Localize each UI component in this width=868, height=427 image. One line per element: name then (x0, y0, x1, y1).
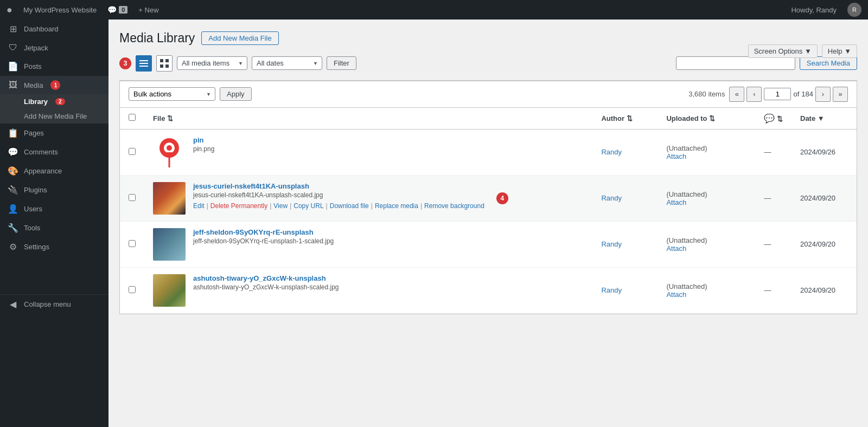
sidebar-item-users[interactable]: 👤 Users (0, 199, 108, 218)
author-link[interactable]: Randy (601, 194, 622, 202)
collapse-label: Collapse menu (24, 300, 71, 308)
current-page-input[interactable] (764, 88, 791, 100)
comments-icon-bar[interactable]: 💬 0 (107, 5, 127, 14)
sidebar-item-plugins[interactable]: 🔌 Plugins (0, 180, 108, 199)
admin-bar: ● My WordPress Website 💬 0 + New Howdy, … (0, 0, 868, 20)
date-cell: 2024/09/26 (792, 129, 857, 175)
comment-dash: — (764, 148, 771, 156)
author-link[interactable]: Randy (601, 286, 622, 294)
file-column-header[interactable]: File ⇅ (144, 108, 592, 130)
sidebar-label-library: Library (24, 98, 48, 106)
replace-media-link[interactable]: Replace media (375, 202, 418, 210)
add-new-media-button[interactable]: Add New Media File (201, 31, 278, 45)
screen-options-button[interactable]: Screen Options ▼ (748, 44, 818, 58)
collapse-menu-button[interactable]: ◀ Collapse menu (0, 294, 108, 314)
first-page-button[interactable]: « (729, 87, 744, 102)
sidebar-item-posts[interactable]: 📄 Posts (0, 57, 108, 76)
file-cell: jesus-curiel-nskeft4t1KA-unsplash jesus-… (144, 175, 592, 221)
svg-rect-1 (139, 63, 148, 64)
row-checkbox[interactable] (129, 194, 136, 201)
sidebar-item-appearance[interactable]: 🎨 Appearance (0, 161, 108, 180)
date-filter[interactable]: All dates (252, 56, 322, 70)
author-column-header[interactable]: Author ⇅ (592, 108, 658, 130)
sidebar: ⊞ Dashboard 🛡 Jetpack 📄 Posts 🖼 Media 1 … (0, 20, 108, 427)
file-title-link[interactable]: ashutosh-tiwary-yO_zGxcW-k-unsplash (193, 274, 339, 282)
sidebar-item-pages[interactable]: 📋 Pages (0, 124, 108, 143)
download-file-link[interactable]: Download file (330, 202, 369, 210)
main-content: Screen Options ▼ Help ▼ Media Library Ad… (108, 20, 868, 427)
file-info: jeff-sheldon-9SyOKYrq-rE-unsplash jeff-s… (193, 228, 334, 245)
last-page-button[interactable]: » (833, 87, 848, 102)
help-button[interactable]: Help ▼ (822, 44, 857, 58)
howdy-label: Howdy, Randy (791, 6, 837, 14)
attach-link[interactable]: Attach (666, 198, 686, 206)
file-title-link[interactable]: pin (193, 136, 214, 144)
sidebar-label-pages: Pages (24, 129, 44, 137)
comments-cell: — (755, 129, 792, 175)
attach-link[interactable]: Attach (666, 152, 686, 160)
grid-view-button[interactable] (156, 55, 173, 72)
copy-url-link[interactable]: Copy URL (293, 202, 323, 210)
sidebar-item-settings[interactable]: ⚙ Settings (0, 237, 108, 256)
prev-page-button[interactable]: ‹ (746, 87, 762, 102)
sidebar-item-tools[interactable]: 🔧 Tools (0, 218, 108, 237)
search-input[interactable] (676, 56, 795, 70)
sidebar-item-comments[interactable]: 💬 Comments (0, 143, 108, 161)
author-cell: Randy (592, 267, 658, 313)
unattached-label: (Unattached) (666, 190, 707, 198)
uploaded-to-column-header[interactable]: Uploaded to ⇅ (658, 108, 755, 130)
file-title-link[interactable]: jesus-curiel-nskeft4t1KA-unsplash (193, 182, 484, 190)
sidebar-item-media[interactable]: 🖼 Media 1 (0, 76, 108, 94)
view-link[interactable]: View (273, 202, 288, 210)
row-checkbox[interactable] (129, 148, 136, 155)
date-cell: 2024/09/20 (792, 267, 857, 313)
top-right-bar: Screen Options ▼ Help ▼ (748, 44, 857, 58)
sort-uploaded-icon: ⇅ (709, 114, 715, 122)
sidebar-item-jetpack[interactable]: 🛡 Jetpack (0, 38, 108, 57)
delete-permanently-link[interactable]: Delete Permanently (210, 202, 267, 210)
row-checkbox[interactable] (129, 240, 136, 247)
pages-icon: 📋 (8, 128, 18, 138)
apply-button[interactable]: Apply (220, 87, 252, 101)
separator: | (326, 202, 328, 210)
author-cell: Randy (592, 175, 658, 221)
file-cell: jeff-sheldon-9SyOKYrq-rE-unsplash jeff-s… (144, 221, 592, 267)
settings-icon: ⚙ (8, 242, 18, 252)
select-all-checkbox[interactable] (129, 114, 136, 121)
date-column-header[interactable]: Date ▼ (792, 108, 857, 130)
file-thumbnail (153, 182, 186, 215)
bulk-actions-select[interactable]: Bulk actions (129, 87, 215, 101)
next-page-button[interactable]: › (815, 87, 831, 102)
author-link[interactable]: Randy (601, 148, 622, 156)
attach-link[interactable]: Attach (666, 290, 686, 299)
unattached-label: (Unattached) (666, 236, 707, 244)
author-link[interactable]: Randy (601, 240, 622, 248)
sidebar-item-library[interactable]: Library 2 (0, 94, 108, 109)
comment-count-badge: 0 (119, 6, 127, 14)
sidebar-item-dashboard[interactable]: ⊞ Dashboard (0, 20, 108, 38)
file-title-link[interactable]: jeff-sheldon-9SyOKYrq-rE-unsplash (193, 228, 334, 236)
sidebar-label-media: Media (24, 81, 43, 89)
unattached-label: (Unattached) (666, 282, 707, 290)
date-value: 2024/09/20 (800, 194, 835, 202)
author-cell: Randy (592, 129, 658, 175)
sidebar-item-add-new[interactable]: Add New Media File (0, 109, 108, 124)
svg-rect-4 (165, 59, 169, 62)
row-checkbox-cell (120, 267, 144, 313)
attach-link[interactable]: Attach (666, 244, 686, 253)
appearance-icon: 🎨 (8, 166, 18, 176)
row-checkbox-cell (120, 175, 144, 221)
collapse-icon: ◀ (8, 299, 18, 309)
media-type-filter[interactable]: All media items (177, 56, 247, 70)
filter-button[interactable]: Filter (327, 56, 356, 70)
tools-icon: 🔧 (8, 223, 18, 233)
remove-background-link[interactable]: Remove background (424, 202, 484, 210)
step-badge-4: 4 (496, 192, 508, 204)
site-name[interactable]: My WordPress Website (23, 6, 97, 14)
new-content-button[interactable]: + New (138, 6, 158, 14)
list-view-button[interactable] (136, 55, 152, 72)
search-media-button[interactable]: Search Media (800, 56, 857, 70)
comments-cell: — (755, 175, 792, 221)
edit-link[interactable]: Edit (193, 202, 205, 210)
row-checkbox[interactable] (129, 286, 136, 293)
